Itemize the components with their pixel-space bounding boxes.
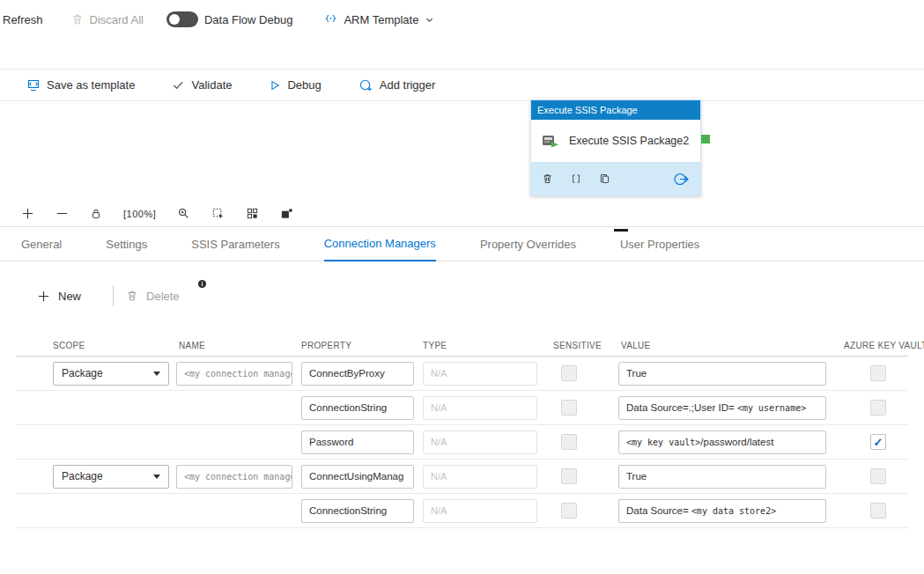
- delete-connection-button[interactable]: Delete: [126, 290, 180, 303]
- info-icon[interactable]: [197, 279, 207, 289]
- sensitive-checkbox[interactable]: [561, 503, 577, 519]
- tab-label: SSIS Parameters: [191, 238, 279, 251]
- tab-settings[interactable]: Settings: [106, 227, 147, 261]
- property-value: Password: [309, 437, 354, 447]
- arm-template-icon: [324, 13, 337, 26]
- activity-type-label: Execute SSIS Package: [537, 105, 638, 115]
- value-input[interactable]: Data Source=.;User ID= <my username>: [618, 396, 826, 420]
- value-input[interactable]: <my key vault>/password/latest: [618, 430, 826, 454]
- connection-name-input[interactable]: <my connection manage: [176, 362, 292, 386]
- azure-key-vault-checkbox[interactable]: [870, 434, 886, 450]
- new-label: New: [58, 290, 81, 303]
- scope-select[interactable]: Package: [53, 362, 169, 386]
- connection-managers-table: SCOPE NAME PROPERTY TYPE SENSITIVE VALUE…: [16, 335, 908, 528]
- azure-key-vault-checkbox[interactable]: [870, 400, 886, 416]
- tab-user-properties[interactable]: User Properties: [620, 227, 699, 261]
- tab-connection-managers[interactable]: Connection Managers: [324, 227, 436, 261]
- azure-key-vault-checkbox[interactable]: [870, 503, 886, 519]
- table-row: Package <my connection manage ConnectUsi…: [16, 460, 908, 494]
- property-input[interactable]: ConnectionString: [301, 396, 414, 420]
- scope-select[interactable]: Package: [53, 465, 169, 489]
- value-input[interactable]: Data Source= <my data store2>: [618, 499, 826, 523]
- auto-align-button[interactable]: [246, 207, 259, 220]
- value-text: True: [626, 471, 647, 482]
- activity-name-label: Execute SSIS Package2: [569, 135, 689, 147]
- connection-name-input[interactable]: <my connection manage: [176, 465, 292, 489]
- caret-down-icon: [153, 475, 160, 479]
- header-azure-key-vault: AZURE KEY VAULT: [835, 341, 908, 350]
- validate-icon: [172, 78, 185, 92]
- delete-activity-button[interactable]: [542, 173, 553, 185]
- table-row: Package <my connection manage ConnectByP…: [16, 357, 908, 391]
- delete-label: Delete: [146, 290, 180, 303]
- azure-key-vault-checkbox[interactable]: [870, 365, 886, 381]
- table-row: ConnectionString N/A Data Source=.;User …: [16, 391, 908, 425]
- top-command-bar: Refresh Discard All Data Flow Debug ARM …: [0, 0, 924, 69]
- zoom-level-button[interactable]: [100%]: [123, 209, 156, 219]
- caret-down-icon: [153, 372, 160, 376]
- azure-key-vault-checkbox[interactable]: [870, 468, 886, 484]
- add-trigger-button[interactable]: Add trigger: [359, 74, 436, 97]
- new-connection-button[interactable]: New: [37, 290, 81, 303]
- connection-managers-toolbar: New Delete: [37, 283, 924, 309]
- discard-all-button[interactable]: Discard All: [71, 8, 144, 31]
- name-placeholder: <my connection manage: [184, 472, 292, 482]
- tab-general[interactable]: General: [21, 227, 62, 261]
- add-output-arrow-icon[interactable]: [673, 172, 690, 187]
- value-input[interactable]: True: [618, 465, 826, 489]
- output-port[interactable]: [701, 135, 710, 144]
- activity-footer: [531, 162, 700, 195]
- scope-value: Package: [62, 470, 103, 482]
- panel-drag-handle[interactable]: [614, 229, 628, 232]
- sensitive-checkbox[interactable]: [561, 400, 577, 416]
- copy-activity-button[interactable]: [599, 173, 610, 185]
- validate-button[interactable]: Validate: [172, 74, 232, 97]
- tab-property-overrides[interactable]: Property Overrides: [480, 227, 576, 261]
- debug-button[interactable]: Debug: [269, 74, 321, 97]
- property-input[interactable]: ConnectUsingManag: [301, 465, 414, 489]
- property-input[interactable]: ConnectionString: [301, 499, 414, 523]
- zoom-out-button[interactable]: [55, 207, 69, 220]
- value-text: Data Source=.;User ID=: [626, 402, 737, 413]
- ssis-package-icon: [541, 132, 559, 150]
- multi-select-button[interactable]: [211, 207, 225, 220]
- brackets-icon-button[interactable]: [571, 173, 581, 185]
- scope-value: Package: [62, 367, 103, 379]
- data-flow-debug-toggle[interactable]: [166, 11, 198, 27]
- zoom-in-button[interactable]: [21, 207, 34, 220]
- value-input[interactable]: True: [618, 362, 826, 386]
- minimap-button[interactable]: [280, 207, 293, 220]
- add-icon: [37, 290, 50, 303]
- arm-template-label: ARM Template: [344, 13, 418, 26]
- execute-ssis-activity-node[interactable]: Execute SSIS Package Execute SSIS Packag…: [530, 99, 701, 196]
- add-trigger-icon: [359, 78, 373, 92]
- value-text: Data Source=: [626, 505, 691, 516]
- lock-canvas-button[interactable]: [90, 207, 102, 220]
- type-input: N/A: [423, 362, 537, 386]
- table-row: ConnectionString N/A Data Source= <my da…: [16, 494, 908, 528]
- header-value: VALUE: [618, 341, 835, 350]
- zoom-to-fit-button[interactable]: [177, 207, 190, 220]
- sensitive-checkbox[interactable]: [561, 434, 577, 450]
- refresh-button[interactable]: Refresh: [3, 8, 43, 31]
- header-name: NAME: [176, 341, 301, 350]
- property-input[interactable]: ConnectByProxy: [301, 362, 414, 386]
- discard-all-label: Discard All: [90, 13, 144, 26]
- arm-template-menu[interactable]: ARM Template: [324, 8, 434, 31]
- type-input: N/A: [423, 430, 537, 454]
- property-value: ConnectionString: [309, 402, 387, 413]
- property-value: ConnectByProxy: [309, 368, 385, 379]
- sensitive-checkbox[interactable]: [561, 365, 577, 381]
- name-placeholder: <my connection manage: [184, 369, 292, 379]
- save-as-template-button[interactable]: Save as template: [26, 74, 135, 97]
- property-value: ConnectionString: [309, 505, 387, 516]
- header-scope: SCOPE: [16, 341, 176, 350]
- pipeline-canvas[interactable]: Execute SSIS Package Execute SSIS Packag…: [0, 101, 924, 201]
- property-input[interactable]: Password: [301, 430, 414, 454]
- value-code-text: <my username>: [737, 403, 806, 413]
- type-input: N/A: [423, 396, 537, 420]
- type-placeholder: N/A: [431, 368, 447, 379]
- tab-ssis-parameters[interactable]: SSIS Parameters: [191, 227, 279, 261]
- sensitive-checkbox[interactable]: [561, 468, 577, 484]
- value-text: True: [626, 368, 647, 379]
